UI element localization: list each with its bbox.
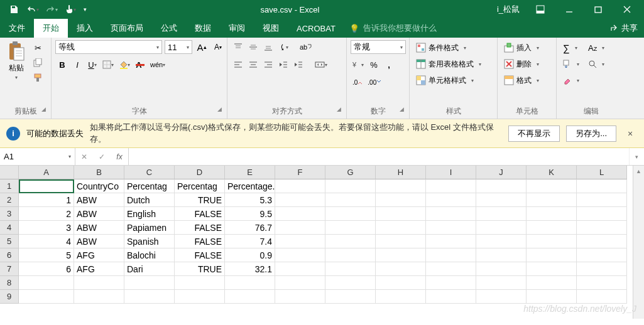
align-right-button[interactable] (261, 58, 275, 72)
name-box[interactable]: A1▾ (0, 148, 75, 165)
tab-formulas[interactable]: 公式 (152, 19, 186, 38)
decrease-decimal-button[interactable]: .00 (366, 75, 383, 89)
cell[interactable] (225, 276, 275, 290)
cell[interactable] (426, 235, 476, 248)
tab-file[interactable]: 文件 (0, 19, 34, 38)
column-header[interactable]: G (325, 166, 376, 179)
enter-formula-button[interactable]: ✓ (93, 148, 111, 165)
column-header[interactable]: D (175, 166, 225, 179)
font-color-button[interactable]: A▾ (133, 58, 147, 72)
cell[interactable] (527, 235, 577, 248)
row-header[interactable]: 6 (0, 248, 19, 262)
bold-button[interactable]: B (55, 58, 69, 72)
cell[interactable] (325, 207, 376, 221)
cell[interactable] (376, 193, 426, 207)
cell[interactable] (175, 290, 225, 304)
row-header[interactable]: 4 (0, 221, 19, 235)
ribbon-options-button[interactable] (526, 0, 555, 19)
cell[interactable] (527, 290, 577, 304)
cell[interactable]: FALSE (175, 248, 225, 262)
cell[interactable] (527, 179, 577, 193)
cell[interactable] (275, 248, 325, 262)
cell[interactable] (527, 248, 577, 262)
comma-style-button[interactable]: , (382, 58, 396, 72)
tab-insert[interactable]: 插入 (68, 19, 102, 38)
cell[interactable] (74, 290, 124, 304)
cell[interactable]: 32.1 (225, 262, 275, 276)
cell[interactable] (426, 276, 476, 290)
cell[interactable] (476, 276, 527, 290)
insert-cells-button[interactable]: 插入▾ (501, 40, 542, 55)
cell[interactable] (74, 276, 124, 290)
tab-data[interactable]: 数据 (186, 19, 220, 38)
number-launcher[interactable]: ◢ (400, 106, 404, 112)
qat-customize[interactable]: ▾ (80, 1, 89, 18)
align-top-button[interactable] (231, 40, 245, 54)
decrease-font-button[interactable]: A▾ (211, 40, 225, 54)
cell[interactable]: 2 (19, 207, 74, 221)
message-close-button[interactable]: × (623, 129, 638, 139)
cell[interactable]: 9.5 (225, 207, 275, 221)
cell[interactable] (527, 262, 577, 276)
tab-pagelayout[interactable]: 页面布局 (102, 19, 152, 38)
increase-decimal-button[interactable]: .0 (351, 75, 364, 89)
column-header[interactable]: H (376, 166, 426, 179)
align-middle-button[interactable] (246, 40, 260, 54)
cell[interactable] (476, 221, 527, 235)
sort-filter-button[interactable]: AZ▾ (588, 40, 604, 55)
cell[interactable]: ABW (74, 235, 124, 248)
cell[interactable] (275, 290, 325, 304)
borders-button[interactable]: ▾ (101, 58, 116, 72)
cell[interactable] (275, 193, 325, 207)
cell[interactable]: 1 (19, 193, 74, 207)
number-format-combo[interactable]: 常规▾ (351, 40, 406, 54)
user-name[interactable]: i_松鼠 (491, 4, 526, 15)
cell[interactable] (175, 276, 225, 290)
cut-button[interactable]: ✂ (31, 41, 44, 54)
cell[interactable] (426, 290, 476, 304)
cell[interactable]: Percentag (124, 179, 175, 193)
font-name-combo[interactable]: 等线▾ (55, 40, 162, 54)
cell[interactable] (426, 179, 476, 193)
cell[interactable] (124, 290, 175, 304)
cell[interactable]: 0.9 (225, 248, 275, 262)
select-all-corner[interactable] (0, 166, 19, 179)
cell[interactable] (325, 248, 376, 262)
column-header[interactable]: J (476, 166, 527, 179)
cell-styles-button[interactable]: 单元格样式▾ (413, 73, 484, 88)
cell[interactable] (275, 235, 325, 248)
vertical-scrollbar[interactable]: ▲ (633, 166, 644, 319)
row-header[interactable]: 7 (0, 262, 19, 276)
cell[interactable] (577, 276, 627, 290)
cell[interactable]: ABW (74, 221, 124, 235)
align-left-button[interactable] (231, 58, 245, 72)
cancel-formula-button[interactable]: ✕ (75, 148, 93, 165)
cell[interactable]: TRUE (175, 262, 225, 276)
cell[interactable]: Spanish (124, 235, 175, 248)
cell[interactable] (325, 262, 376, 276)
align-center-button[interactable] (246, 58, 260, 72)
cell[interactable]: Papiamen (124, 221, 175, 235)
row-header[interactable]: 8 (0, 276, 19, 290)
autosum-button[interactable]: ∑▾ (560, 40, 582, 55)
clipboard-launcher[interactable]: ◢ (41, 106, 46, 112)
format-as-table-button[interactable]: 套用表格格式▾ (413, 56, 484, 72)
column-header[interactable]: E (225, 166, 275, 179)
tab-view[interactable]: 视图 (254, 19, 288, 38)
row-header[interactable]: 2 (0, 193, 19, 207)
cell[interactable]: 5.3 (225, 193, 275, 207)
cell[interactable] (527, 221, 577, 235)
cell[interactable] (527, 193, 577, 207)
fill-button[interactable]: ▾ (560, 56, 582, 72)
cell[interactable] (275, 262, 325, 276)
cell[interactable] (325, 221, 376, 235)
cell[interactable]: Dutch (124, 193, 175, 207)
cell[interactable]: FALSE (175, 207, 225, 221)
increase-font-button[interactable]: A▴ (195, 40, 209, 54)
cell[interactable]: 5 (19, 248, 74, 262)
cell[interactable] (325, 179, 376, 193)
cell[interactable]: 7.4 (225, 235, 275, 248)
column-header[interactable]: K (527, 166, 577, 179)
cell[interactable] (376, 179, 426, 193)
underline-button[interactable]: U▾ (85, 58, 99, 72)
